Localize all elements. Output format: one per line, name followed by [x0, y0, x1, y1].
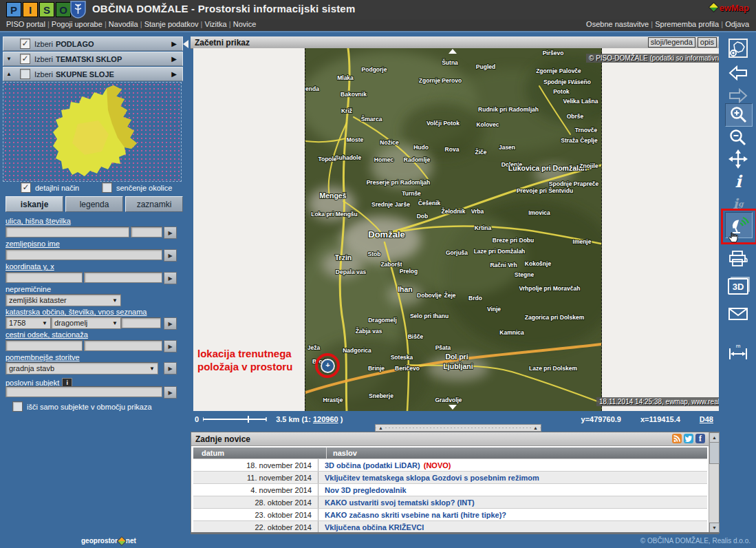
road-section-label[interactable]: cestni odsek, stacionaža [6, 330, 88, 339]
news-link[interactable]: Vključena občina KRIŽEVCI [325, 523, 424, 531]
cadastral-code-select[interactable]: 1758 ▼ [6, 317, 51, 329]
coordinate-y-input[interactable] [6, 272, 83, 283]
news-link[interactable]: 3D občina (podatki LiDAR) [325, 461, 420, 470]
datum-link[interactable]: D48 [700, 415, 713, 423]
geoname-search-button[interactable]: ▶ [164, 249, 177, 262]
services-search-button[interactable]: ▶ [164, 362, 177, 375]
business-search-button[interactable]: ▶ [164, 386, 177, 399]
scroll-up-arrow[interactable]: ▲ [709, 432, 720, 443]
menu-item[interactable]: Stanje podatkov [144, 20, 199, 28]
twitter-icon[interactable] [684, 434, 693, 443]
map-place-label: Beričevo [395, 365, 420, 372]
section-skupni-sloji[interactable]: ▲ Izberi SKUPNE SLOJE ▶ [3, 67, 183, 81]
coordinate-x-input[interactable] [84, 272, 162, 283]
expand-right-icon[interactable]: ▶ [171, 70, 177, 78]
menu-item[interactable]: Navodila [109, 20, 138, 28]
street-search-button[interactable]: ▶ [164, 226, 177, 239]
cadastral-search-button[interactable]: ▶ [164, 317, 177, 330]
menu-item[interactable]: Pogoji uporabe [52, 20, 102, 28]
menu-item[interactable]: PISO portal [6, 20, 45, 28]
aerial-map-image[interactable]: PirševoŠutnaPodgorjePugledZgornje Palovč… [305, 48, 602, 411]
coordinate-label[interactable]: koordinata y, x [6, 262, 54, 271]
back-arrow-button[interactable] [725, 62, 751, 84]
menu-item[interactable]: Vizitka [205, 20, 227, 28]
pan-down-arrow[interactable] [449, 405, 457, 410]
news-scrollbar[interactable]: ▲ ▼ [709, 432, 719, 533]
menu-item[interactable]: Novice [233, 20, 257, 28]
news-link[interactable]: KAKO začasno skriti vsebine na karti (hi… [325, 511, 506, 519]
3d-view-button[interactable]: 3D [725, 275, 751, 297]
road-search-button[interactable]: ▶ [164, 340, 177, 352]
geoname-input[interactable] [6, 249, 162, 260]
news-link[interactable]: Vključitev tematskega sklopa Gozdovi s p… [325, 474, 539, 482]
geoprostor-logo[interactable]: geoprostornet [81, 537, 136, 545]
scroll-down-arrow[interactable]: ▼ [709, 523, 720, 533]
section-tematski-sklop[interactable]: ▼ ✓ Izberi TEMATSKI SKLOP ▶ [3, 52, 183, 66]
cursor-hand-icon [728, 231, 739, 247]
shading-checkbox[interactable] [102, 182, 112, 193]
realestate-select[interactable]: zemljiški kataster ▼ [6, 294, 121, 306]
tab-zaznamki[interactable]: zaznamki [125, 196, 183, 212]
services-select[interactable]: gradnja stavb ▼ [6, 362, 158, 375]
scale-ruler[interactable] [203, 415, 272, 423]
facebook-icon[interactable]: f [695, 434, 705, 443]
map-place-label: Znojile [579, 162, 598, 169]
sidebar-collapse-arrow[interactable] [183, 40, 188, 48]
geoname-label[interactable]: zemljepisno ime [6, 240, 60, 248]
map-place-label: Brdo [468, 295, 482, 302]
map-place-label: Spodnje Prapreče [549, 180, 599, 187]
news-link[interactable]: Nov 3D pregledovalnik [325, 486, 407, 494]
scrollbar-thumb[interactable] [709, 442, 720, 464]
description-button[interactable]: opis [698, 37, 717, 48]
detail-mode-checkbox[interactable]: ✓ [21, 182, 31, 193]
map-place-label: Šutna [442, 59, 458, 66]
column-naslov[interactable]: naslov [327, 449, 707, 457]
expand-right-icon[interactable]: ▶ [171, 55, 177, 63]
measure-button[interactable]: m [725, 341, 751, 363]
full-extent-button[interactable] [725, 37, 751, 59]
zoom-in-button[interactable] [725, 103, 753, 127]
map-place-label: Želodnik [442, 207, 466, 215]
services-label[interactable]: pomembnejše storitve [6, 353, 80, 361]
mail-button[interactable] [725, 303, 751, 325]
podlago-checkbox[interactable]: ✓ [20, 39, 30, 49]
cadastral-label[interactable]: katastrska občina, številka, vnos seznam… [6, 308, 147, 316]
column-datum[interactable]: datum [193, 447, 327, 459]
expand-right-icon[interactable]: ▶ [171, 40, 177, 48]
business-input[interactable] [6, 386, 162, 397]
tab-legenda[interactable]: legenda [65, 196, 123, 212]
collapse-down-icon[interactable]: ▼ [3, 56, 14, 62]
pan-button[interactable] [725, 148, 751, 170]
street-label[interactable]: ulica, hišna številka [6, 217, 71, 225]
menu-item[interactable]: Odjava [725, 20, 749, 28]
street-number-input[interactable] [131, 226, 162, 238]
cadastral-name-select[interactable]: dragomelj ▼ [51, 317, 121, 329]
logo-tile-p: P [6, 2, 21, 17]
municipality-overview-map[interactable] [3, 82, 182, 182]
news-panel-resize-handle[interactable]: ▲ ▲ [375, 424, 541, 432]
tematski-checkbox[interactable]: ✓ [20, 54, 30, 64]
collapse-up-icon[interactable]: ▲ [3, 71, 14, 77]
menu-item[interactable]: Osebne nastavitve [586, 20, 649, 28]
business-filter-checkbox[interactable] [12, 401, 23, 412]
section-podlago[interactable]: ✓ Izberi PODLAGO ▶ [3, 36, 183, 51]
map-place-label: Loka pri Mengšu [311, 211, 358, 218]
pan-up-arrow[interactable] [449, 49, 457, 54]
gps-position-marker[interactable]: + [321, 359, 335, 373]
map-viewport[interactable]: PirševoŠutnaPodgorjePugledZgornje Palovč… [193, 48, 719, 411]
news-link[interactable]: KAKO ustvariti svoj tematski sklop? (INT… [325, 498, 475, 507]
road-station-input[interactable] [84, 340, 162, 351]
zoom-out-button[interactable] [725, 127, 751, 149]
road-section-input[interactable] [6, 340, 83, 351]
print-button[interactable] [725, 248, 751, 270]
info-button[interactable]: i [725, 170, 751, 192]
scale-value-link[interactable]: 120960 [313, 415, 338, 423]
menu-item[interactable]: Sprememba profila [655, 20, 719, 28]
coordinate-search-button[interactable]: ▶ [164, 272, 177, 284]
skupni-checkbox[interactable] [20, 69, 30, 79]
cadastral-number-input[interactable] [121, 317, 161, 328]
rss-icon[interactable] [672, 434, 682, 443]
tab-iskanje[interactable]: iskanje [6, 196, 63, 212]
layers-legend-button[interactable]: sloji/legenda [648, 37, 695, 48]
street-input[interactable] [6, 226, 129, 238]
